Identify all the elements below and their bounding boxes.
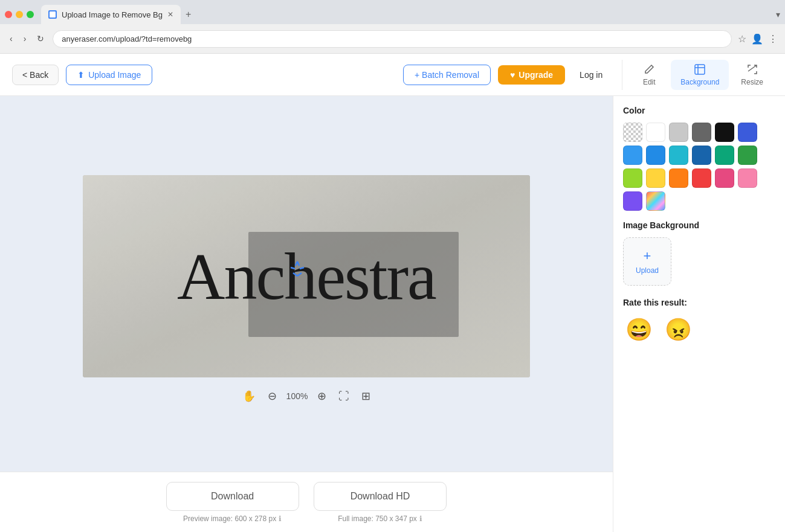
svg-line-7	[293, 273, 297, 276]
svg-line-9	[291, 268, 295, 269]
color-green[interactable]	[738, 146, 757, 165]
new-tab-btn[interactable]: +	[181, 7, 196, 22]
color-orange[interactable]	[669, 168, 688, 188]
back-button[interactable]: < Back	[12, 65, 59, 85]
color-navy[interactable]	[692, 146, 711, 165]
tab-title: Upload Image to Remove Bg	[62, 10, 163, 19]
color-teal[interactable]	[715, 146, 734, 165]
back-nav-btn[interactable]: ‹	[7, 31, 15, 46]
zoom-in-btn[interactable]: ⊕	[315, 387, 329, 405]
upgrade-label: Upgrade	[518, 70, 553, 80]
menu-icon[interactable]: ⋮	[768, 33, 778, 45]
color-grid	[623, 123, 775, 211]
image-container: Anchestra	[83, 175, 530, 377]
color-blue-light[interactable]	[623, 146, 642, 165]
background-icon	[694, 63, 706, 75]
color-purple[interactable]	[623, 191, 642, 211]
download-section: Download Preview image: 600 x 278 px ℹ	[166, 482, 299, 523]
pan-tool-btn[interactable]: ✋	[240, 387, 258, 405]
svg-rect-0	[50, 11, 56, 18]
edit-icon	[643, 63, 655, 75]
tab-close-btn[interactable]: ✕	[167, 10, 173, 19]
resize-label: Resize	[741, 78, 763, 86]
address-input[interactable]	[53, 30, 732, 48]
color-yellow-green[interactable]	[623, 168, 642, 188]
upload-background-button[interactable]: + Upload	[623, 237, 671, 286]
fullscreen-btn[interactable]: ⛶	[336, 388, 352, 405]
color-blue-accent[interactable]	[738, 123, 757, 142]
color-cyan[interactable]	[669, 146, 688, 165]
upgrade-button[interactable]: ♥ Upgrade	[498, 65, 565, 85]
preview-info-icon: ℹ	[279, 514, 282, 523]
angry-emoji-btn[interactable]: 😠	[662, 315, 694, 345]
account-icon[interactable]: 👤	[751, 33, 763, 45]
plus-icon: +	[644, 248, 651, 264]
color-black[interactable]	[715, 123, 734, 142]
canvas-image: Anchestra	[83, 175, 530, 377]
color-blue-medium[interactable]	[646, 146, 665, 165]
app-header: < Back ⬆ Upload Image + Batch Removal ♥ …	[0, 54, 785, 96]
color-pink[interactable]	[738, 168, 757, 188]
zoom-controls: ✋ ⊖ 100% ⊕ ⛶ ⊞	[240, 387, 373, 405]
batch-removal-button[interactable]: + Batch Removal	[403, 65, 491, 85]
traffic-light-yellow[interactable]	[16, 11, 23, 18]
svg-rect-1	[695, 65, 705, 74]
traffic-light-red[interactable]	[5, 11, 12, 18]
toolbar-right: Edit Background Resize	[622, 60, 773, 90]
download-full-info: Full image: 750 x 347 px ℹ	[338, 514, 422, 523]
forward-nav-btn[interactable]: ›	[21, 31, 29, 46]
tab-background[interactable]: Background	[671, 60, 729, 90]
split-view-btn[interactable]: ⊞	[359, 387, 373, 405]
zoom-level: 100%	[286, 391, 308, 401]
zoom-out-btn[interactable]: ⊖	[265, 387, 279, 405]
bookmark-icon[interactable]: ☆	[738, 33, 746, 45]
refresh-btn[interactable]: ↻	[34, 31, 47, 46]
color-light-gray[interactable]	[669, 123, 688, 142]
tab-resize[interactable]: Resize	[731, 60, 773, 90]
upload-image-button[interactable]: ⬆ Upload Image	[66, 65, 152, 85]
canvas-wrapper: Anchestra	[83, 96, 530, 532]
login-button[interactable]: Log in	[572, 65, 610, 85]
svg-line-8	[297, 273, 302, 276]
tab-edit[interactable]: Edit	[630, 60, 668, 90]
svg-line-10	[300, 268, 304, 269]
upload-image-label: Upload Image	[88, 70, 141, 80]
right-panel: Color Imag	[613, 96, 785, 532]
canvas-area: Anchestra	[0, 96, 613, 532]
edit-label: Edit	[643, 78, 656, 86]
svg-line-6	[297, 261, 299, 266]
color-section-title: Color	[623, 106, 775, 115]
color-red[interactable]	[692, 168, 711, 188]
color-yellow[interactable]	[646, 168, 665, 188]
download-preview-info: Preview image: 600 x 278 px ℹ	[183, 514, 282, 523]
tab-favicon	[48, 10, 57, 19]
traffic-light-green[interactable]	[27, 11, 34, 18]
svg-text:Anchestra: Anchestra	[177, 240, 436, 313]
traffic-lights	[5, 11, 34, 18]
background-label: Background	[680, 78, 719, 86]
loading-icon	[288, 260, 306, 278]
download-hd-button[interactable]: Download HD	[314, 482, 447, 511]
upload-icon: ⬆	[77, 70, 85, 80]
color-pink-red[interactable]	[715, 168, 734, 188]
full-info-icon: ℹ	[419, 514, 422, 523]
rate-title: Rate this result:	[623, 298, 775, 307]
color-white[interactable]	[646, 123, 665, 142]
image-background-section: Image Background + Upload	[623, 220, 775, 286]
browser-chrome: Upload Image to Remove Bg ✕ + ▾ ‹ › ↻ ☆ …	[0, 0, 785, 54]
browser-tab-active[interactable]: Upload Image to Remove Bg ✕	[41, 5, 181, 24]
heart-icon: ♥	[510, 70, 515, 80]
upload-bg-label: Upload	[636, 266, 659, 275]
emoji-row: 😄 😠	[623, 315, 775, 345]
color-gradient[interactable]	[646, 191, 665, 211]
download-area: Download Preview image: 600 x 278 px ℹ D…	[0, 472, 613, 532]
happy-emoji-btn[interactable]: 😄	[623, 315, 655, 345]
color-transparent[interactable]	[623, 123, 642, 142]
tab-list-btn[interactable]: ▾	[776, 10, 780, 19]
color-dark-gray[interactable]	[692, 123, 711, 142]
loading-indicator	[288, 260, 306, 280]
download-button[interactable]: Download	[166, 482, 299, 511]
resize-icon	[746, 63, 758, 75]
rate-section: Rate this result: 😄 😠	[623, 298, 775, 345]
tab-bar: Upload Image to Remove Bg ✕ + ▾	[0, 0, 785, 24]
